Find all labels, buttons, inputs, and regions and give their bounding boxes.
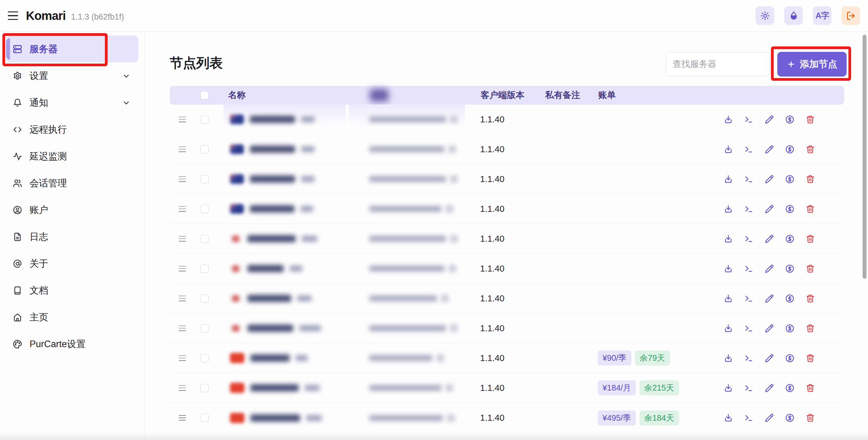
terminal-button[interactable] bbox=[744, 294, 753, 303]
billing-button[interactable] bbox=[785, 383, 795, 393]
sidebar-item-2-bell[interactable]: 通知 bbox=[6, 89, 138, 116]
edit-node-button[interactable] bbox=[765, 175, 774, 184]
row-checkbox[interactable] bbox=[200, 205, 209, 213]
download-node-button[interactable] bbox=[724, 145, 733, 154]
delete-node-button[interactable] bbox=[806, 145, 815, 154]
sidebar-item-5-users[interactable]: 会话管理 bbox=[6, 170, 138, 196]
delete-node-button[interactable] bbox=[806, 324, 815, 333]
billing-button[interactable] bbox=[785, 294, 795, 303]
edit-node-button[interactable] bbox=[765, 294, 774, 303]
billing-button[interactable] bbox=[785, 115, 795, 124]
edit-node-button[interactable] bbox=[765, 145, 774, 154]
row-checkbox[interactable] bbox=[200, 264, 209, 273]
edit-node-button[interactable] bbox=[765, 115, 774, 124]
row-checkbox[interactable] bbox=[200, 235, 209, 243]
row-checkbox[interactable] bbox=[200, 384, 209, 392]
drag-handle[interactable] bbox=[179, 296, 186, 302]
row-checkbox[interactable] bbox=[200, 116, 209, 124]
drag-handle[interactable] bbox=[179, 355, 186, 361]
delete-node-button[interactable] bbox=[806, 383, 815, 393]
drag-handle[interactable] bbox=[179, 176, 186, 182]
delete-node-button[interactable] bbox=[806, 264, 815, 273]
row-checkbox[interactable] bbox=[200, 175, 209, 183]
node-name-cell bbox=[227, 174, 369, 184]
terminal-button[interactable] bbox=[744, 204, 753, 214]
terminal-button[interactable] bbox=[744, 175, 753, 184]
download-node-button[interactable] bbox=[724, 413, 733, 422]
sidebar-item-7-file-text[interactable]: 日志 bbox=[6, 223, 138, 250]
edit-node-button[interactable] bbox=[765, 413, 774, 422]
delete-node-button[interactable] bbox=[806, 204, 815, 214]
logout-button[interactable] bbox=[841, 6, 860, 25]
terminal-button[interactable] bbox=[744, 264, 753, 273]
download-node-button[interactable] bbox=[724, 264, 733, 273]
drag-handle[interactable] bbox=[179, 236, 186, 242]
download-node-button[interactable] bbox=[724, 115, 733, 124]
vertical-scrollbar[interactable] bbox=[863, 35, 867, 279]
terminal-button[interactable] bbox=[744, 413, 753, 422]
download-node-button[interactable] bbox=[724, 353, 733, 363]
terminal-button[interactable] bbox=[744, 383, 753, 393]
drag-handle[interactable] bbox=[179, 117, 186, 122]
row-checkbox[interactable] bbox=[200, 354, 209, 362]
download-node-button[interactable] bbox=[724, 383, 733, 393]
row-checkbox[interactable] bbox=[200, 294, 209, 303]
edit-node-button[interactable] bbox=[765, 324, 774, 333]
download-node-button[interactable] bbox=[724, 175, 733, 184]
add-node-button[interactable]: 添加节点 bbox=[777, 52, 846, 76]
edit-node-button[interactable] bbox=[765, 383, 774, 393]
billing-button[interactable] bbox=[785, 204, 795, 214]
sidebar-item-4-activity[interactable]: 延迟监测 bbox=[6, 143, 138, 170]
billing-button[interactable] bbox=[785, 175, 795, 184]
billing-button[interactable] bbox=[785, 413, 795, 422]
search-input[interactable] bbox=[666, 52, 770, 76]
hamburger-menu-icon[interactable] bbox=[8, 11, 18, 20]
terminal-button[interactable] bbox=[744, 145, 753, 154]
billing-button[interactable] bbox=[785, 264, 795, 273]
edit-node-button[interactable] bbox=[765, 264, 774, 273]
delete-node-button[interactable] bbox=[806, 234, 815, 244]
drag-handle[interactable] bbox=[179, 325, 186, 331]
delete-node-button[interactable] bbox=[806, 353, 815, 363]
delete-node-button[interactable] bbox=[806, 115, 815, 124]
drag-handle[interactable] bbox=[179, 206, 186, 212]
billing-button[interactable] bbox=[785, 234, 795, 244]
row-checkbox[interactable] bbox=[200, 324, 209, 333]
sidebar-item-0-server[interactable]: 服务器 bbox=[6, 36, 138, 62]
delete-node-button[interactable] bbox=[806, 175, 815, 184]
sidebar-item-1-settings[interactable]: 设置 bbox=[6, 62, 138, 89]
drag-handle[interactable] bbox=[179, 147, 186, 152]
billing-button[interactable] bbox=[785, 353, 795, 363]
sidebar-item-6-user-circle[interactable]: 账户 bbox=[6, 196, 138, 223]
download-node-button[interactable] bbox=[724, 324, 733, 333]
sidebar-item-9-book[interactable]: 文档 bbox=[6, 277, 138, 304]
sidebar-item-10-home[interactable]: 主页 bbox=[6, 304, 138, 331]
billing-button[interactable] bbox=[785, 324, 795, 333]
sidebar-item-3-code[interactable]: 远程执行 bbox=[6, 116, 138, 143]
row-checkbox[interactable] bbox=[200, 145, 209, 153]
edit-node-button[interactable] bbox=[765, 204, 774, 214]
theme-toggle-button[interactable] bbox=[755, 6, 774, 25]
select-all-checkbox[interactable] bbox=[200, 91, 209, 99]
row-checkbox[interactable] bbox=[200, 414, 209, 422]
language-button[interactable]: A字 bbox=[813, 6, 832, 25]
download-node-button[interactable] bbox=[724, 294, 733, 303]
download-node-button[interactable] bbox=[724, 234, 733, 244]
edit-node-button[interactable] bbox=[765, 234, 774, 244]
terminal-button[interactable] bbox=[744, 115, 753, 124]
download-node-button[interactable] bbox=[724, 204, 733, 214]
node-name-cell bbox=[227, 324, 369, 333]
sidebar-item-8-at-sign[interactable]: 关于 bbox=[6, 250, 138, 277]
sidebar-item-11-palette[interactable]: PurCarte设置 bbox=[6, 331, 138, 357]
terminal-button[interactable] bbox=[744, 353, 753, 363]
delete-node-button[interactable] bbox=[806, 294, 815, 303]
terminal-button[interactable] bbox=[744, 234, 753, 244]
appearance-button[interactable] bbox=[784, 6, 803, 25]
terminal-button[interactable] bbox=[744, 324, 753, 333]
delete-node-button[interactable] bbox=[806, 413, 815, 422]
drag-handle[interactable] bbox=[179, 385, 186, 391]
drag-handle[interactable] bbox=[179, 415, 186, 421]
drag-handle[interactable] bbox=[179, 266, 186, 272]
edit-node-button[interactable] bbox=[765, 353, 774, 363]
billing-button[interactable] bbox=[785, 145, 795, 154]
